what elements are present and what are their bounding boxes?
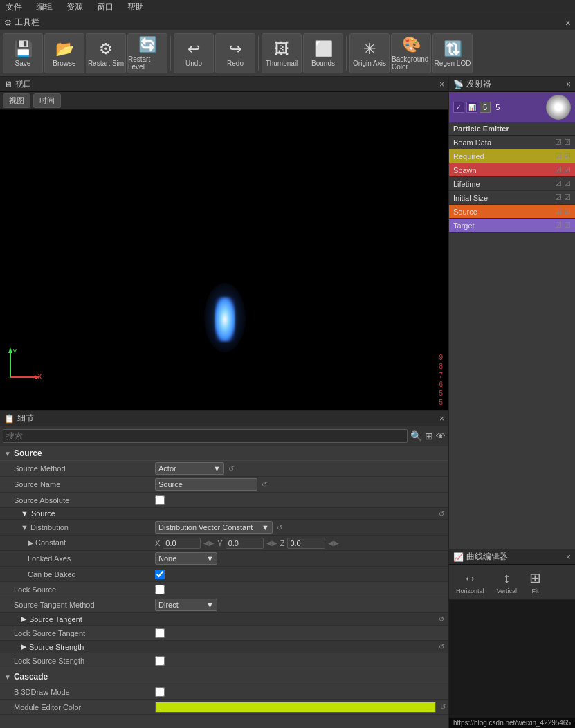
menu-item-window[interactable]: 窗口 <box>94 0 116 15</box>
locked-axes-dropdown[interactable]: None ▼ <box>155 552 217 565</box>
search-input[interactable] <box>3 429 408 443</box>
distribution-label: ▼ Distribution <box>0 522 152 533</box>
toolbar-title: 工具栏 <box>15 17 39 28</box>
curve-toolbar: ↔ Horizontal ↕ Vertical ⊞ Fit <box>449 565 575 600</box>
lock-source-value <box>152 584 448 595</box>
emitter-number-2: 5 <box>495 103 500 111</box>
cascade-section-header[interactable]: ▼ Cascade <box>0 670 448 684</box>
module-color-bar[interactable] <box>155 702 436 713</box>
origin-axis-button[interactable]: ✳ Origin Axis <box>349 33 390 73</box>
browse-button[interactable]: 📂 Browse <box>44 33 84 73</box>
viewport-titlebar: 🖥 视口 × <box>0 77 448 92</box>
horizontal-button[interactable]: ↔ Horizontal <box>452 568 489 597</box>
source-method-reset[interactable]: ↺ <box>228 465 234 473</box>
spawn-label: Spawn <box>453 166 477 174</box>
toolbar-close-btn[interactable]: × <box>565 17 571 28</box>
source-subsection[interactable]: ▼ Source ↺ <box>0 508 448 520</box>
emitter-row-beam-data[interactable]: Beam Data ☑ ☑ <box>449 136 575 149</box>
menu-item-edit[interactable]: 编辑 <box>33 0 55 15</box>
module-color-reset[interactable]: ↺ <box>440 703 446 711</box>
curve-editor-close-btn[interactable]: × <box>566 552 571 562</box>
time-button[interactable]: 时间 <box>33 93 61 108</box>
emitter-title: 发射器 <box>466 78 491 90</box>
redo-button[interactable]: ↪ Redo <box>215 33 255 73</box>
bounds-icon: ⬜ <box>314 40 333 58</box>
lock-source-tangent-checkbox[interactable] <box>155 628 165 638</box>
viewport-close-btn[interactable]: × <box>439 80 444 89</box>
restart-level-button[interactable]: 🔄 Restart Level <box>127 33 167 73</box>
source-name-reset[interactable]: ↺ <box>262 481 267 489</box>
distribution-val: Distribution Vector Constant <box>158 523 253 531</box>
lock-source-stength-label: Lock Source Stength <box>0 655 152 666</box>
source-tangent-reset[interactable]: ↺ <box>439 615 444 623</box>
emitter-row-lifetime[interactable]: Lifetime ☑ ☑ <box>449 177 575 191</box>
source-absolute-checkbox[interactable] <box>155 495 165 505</box>
source-tangent-method-dropdown[interactable]: Direct ▼ <box>155 599 217 611</box>
regen-lod-button[interactable]: 🔃 Regen LOD <box>432 33 473 73</box>
prop-row-3ddraw-mode: B 3DDraw Mode <box>0 684 448 700</box>
toolbar-sep-2 <box>258 36 259 71</box>
undo-button[interactable]: ↩ Undo <box>174 33 214 73</box>
emitter-row-target[interactable]: Target ☑ ☑ <box>449 219 575 233</box>
thumbnail-button[interactable]: 🖼 Thumbnail <box>262 33 302 73</box>
beam-data-expand-icon: ☑ <box>564 138 571 147</box>
vertical-button[interactable]: ↕ Vertical <box>493 568 522 597</box>
can-be-baked-checkbox[interactable] <box>155 570 165 579</box>
corner-num-6: 5 <box>439 398 443 407</box>
save-button[interactable]: 💾 Save <box>3 33 43 73</box>
module-editor-color-value: ↺ <box>152 701 448 713</box>
source-absolute-label: Source Absolute <box>0 495 152 506</box>
emitter-close-btn[interactable]: × <box>566 80 571 89</box>
lock-source-stength-checkbox[interactable] <box>155 656 165 666</box>
search-icon[interactable]: 🔍 <box>410 430 422 442</box>
emitter-icon-graph[interactable]: 📊 <box>466 102 477 113</box>
prop-row-lock-source-tangent: Lock Source Tangent <box>0 626 448 641</box>
details-close-btn[interactable]: × <box>439 414 444 424</box>
view-button[interactable]: 视图 <box>3 93 30 108</box>
emitter-number: 5 <box>480 102 491 113</box>
lifetime-expand-icon: ☑ <box>564 179 571 188</box>
source-tangent-subsection[interactable]: ▶ Source Tangent ↺ <box>0 613 448 626</box>
curve-canvas <box>449 600 575 728</box>
prop-row-lock-source-stength: Lock Source Stength <box>0 653 448 668</box>
source-section-header[interactable]: ▼ Source <box>0 446 448 461</box>
target-check-icon: ☑ <box>555 221 562 230</box>
distribution-reset[interactable]: ↺ <box>277 524 282 531</box>
restart-sim-button[interactable]: ⚙ Restart Sim <box>86 33 126 73</box>
details-panel: 📋 细节 × 🔍 ⊞ 👁 ▼ Source Source Method <box>0 410 448 728</box>
source-name-input[interactable] <box>155 478 257 491</box>
constant-z-input[interactable] <box>287 538 325 549</box>
source-sub-reset[interactable]: ↺ <box>439 510 444 518</box>
constant-x-input[interactable] <box>163 538 201 549</box>
eye-icon[interactable]: 👁 <box>436 430 446 442</box>
grid-icon[interactable]: ⊞ <box>425 430 433 442</box>
source-strength-reset[interactable]: ↺ <box>439 643 444 650</box>
source-strength-subsection[interactable]: ▶ Source Strength ↺ <box>0 641 448 653</box>
constant-y-input[interactable] <box>226 538 264 549</box>
viewport-panel-icon: 🖥 <box>4 80 12 89</box>
menu-item-file[interactable]: 文件 <box>3 0 25 15</box>
url-text: https://blog.csdn.net/weixin_42295465 <box>453 719 571 727</box>
lock-source-tangent-value <box>152 628 448 639</box>
emitter-thumbnail <box>546 95 571 120</box>
emitter-row-spawn[interactable]: Spawn ☑ ☑ <box>449 163 575 177</box>
locked-axes-arrow-icon: ▼ <box>206 554 214 563</box>
constant-value: X ◀▶ Y ◀▶ Z ◀▶ <box>152 537 448 549</box>
distribution-dropdown[interactable]: Distribution Vector Constant ▼ <box>155 521 273 534</box>
b-3ddraw-mode-checkbox[interactable] <box>155 687 165 697</box>
lock-source-checkbox[interactable] <box>155 585 165 594</box>
fit-button[interactable]: ⊞ Fit <box>525 567 545 597</box>
menu-item-help[interactable]: 帮助 <box>125 0 147 15</box>
prop-row-source-tangent-method: Source Tangent Method Direct ▼ <box>0 597 448 613</box>
source-expand-icon: ☑ <box>564 207 571 216</box>
background-color-button[interactable]: 🎨 Background Color <box>391 33 431 73</box>
emitter-row-source[interactable]: Source ☑ ☑ <box>449 205 575 219</box>
menu-item-resource[interactable]: 资源 <box>64 0 86 15</box>
b-3ddraw-mode-value <box>152 686 448 698</box>
bounds-button[interactable]: ⬜ Bounds <box>303 33 343 73</box>
emitter-icon-check[interactable]: ✓ <box>453 102 464 113</box>
undo-icon: ↩ <box>188 40 200 58</box>
emitter-row-initial-size[interactable]: Initial Size ☑ ☑ <box>449 191 575 205</box>
source-method-dropdown[interactable]: Actor ▼ <box>155 462 224 475</box>
emitter-row-required[interactable]: Required ☑ ☑ <box>449 149 575 163</box>
